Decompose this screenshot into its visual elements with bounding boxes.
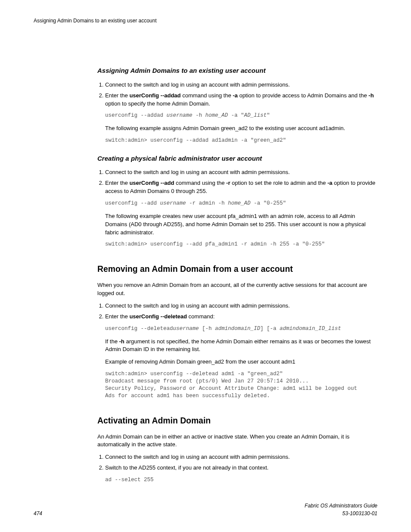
step-item: Enter the userConfig --addad command usi… xyxy=(105,92,377,144)
example-note: Example of removing Admin Domain green_a… xyxy=(105,358,377,366)
heading-activate: Activating an Admin Domain xyxy=(97,414,366,427)
doc-title: Fabric OS Administrators Guide xyxy=(305,502,377,510)
running-header: Assigning Admin Domains to an existing u… xyxy=(34,17,377,25)
heading-create-admin: Creating a physical fabric administrator… xyxy=(97,154,366,163)
code-block: userconfig --add username -r admin -h ho… xyxy=(105,200,377,207)
step-item: Connect to the switch and log in using a… xyxy=(105,81,377,89)
step-item: Connect to the switch and log in using a… xyxy=(105,302,377,310)
intro-text: An Admin Domain can be in either an acti… xyxy=(97,433,377,449)
step-item: Enter the userConfig --deletead command:… xyxy=(105,313,377,400)
steps-activate: Connect to the switch and log in using a… xyxy=(97,453,377,484)
page-footer: 474 Fabric OS Administrators Guide 53-10… xyxy=(34,502,377,517)
step-item: Connect to the switch and log in using a… xyxy=(105,453,377,461)
steps-create: Connect to the switch and log in using a… xyxy=(97,168,377,248)
code-block: ad --select 255 xyxy=(105,476,377,484)
steps-remove: Connect to the switch and log in using a… xyxy=(97,302,377,400)
heading-remove: Removing an Admin Domain from a user acc… xyxy=(97,263,366,275)
step-item: Connect to the switch and log in using a… xyxy=(105,168,377,177)
heading-assign-existing: Assigning Admin Domains to an existing u… xyxy=(97,66,366,75)
step-text: Enter the userConfig --add command using… xyxy=(105,180,375,194)
step-text: Connect to the switch and log in using a… xyxy=(105,81,290,88)
step-text: Enter the userConfig --deletead command: xyxy=(105,313,215,320)
note-text: If the -h argument is not specified, the… xyxy=(105,338,377,354)
code-block: switch:admin> userconfig --deletead adm1… xyxy=(105,370,377,400)
step-text: Switch to the AD255 context, if you are … xyxy=(105,464,268,471)
example-note: The following example creates new user a… xyxy=(105,212,377,237)
steps-assign: Connect to the switch and log in using a… xyxy=(97,81,377,144)
intro-text: When you remove an Admin Domain from an … xyxy=(97,281,377,298)
step-item: Enter the userConfig --add command using… xyxy=(105,179,377,248)
code-block: userconfig --addad username -h home_AD -… xyxy=(105,112,377,119)
step-text: Connect to the switch and log in using a… xyxy=(105,169,290,175)
doc-number: 53-1003130-01 xyxy=(305,510,377,517)
step-text: Enter the userConfig --addad command usi… xyxy=(105,92,374,107)
example-note: The following example assigns Admin Doma… xyxy=(105,124,377,133)
page-number: 474 xyxy=(34,510,42,517)
step-text: Connect to the switch and log in using a… xyxy=(105,302,290,309)
step-item: Switch to the AD255 context, if you are … xyxy=(105,464,377,484)
code-block: userconfig --deleteadusername [-h admind… xyxy=(105,325,377,333)
step-text: Connect to the switch and log in using a… xyxy=(105,454,290,460)
code-block: switch:admin> userconfig --add pfa_admin… xyxy=(105,241,377,248)
main-content: Assigning Admin Domains to an existing u… xyxy=(97,66,377,483)
code-block: switch:admin> userconfig --addad ad1admi… xyxy=(105,137,377,144)
